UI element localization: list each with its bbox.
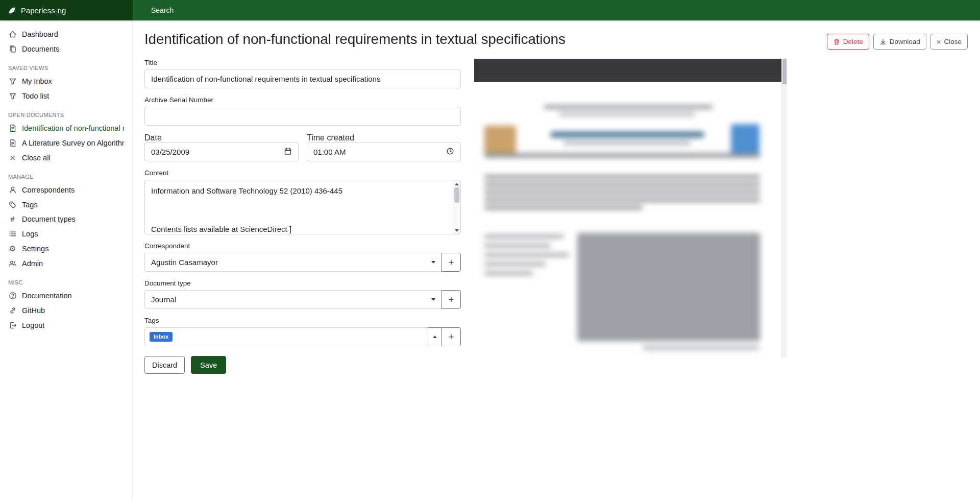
sidebar-item-label: Admin bbox=[22, 259, 43, 268]
sidebar-item-correspondents[interactable]: Correspondents bbox=[0, 182, 132, 197]
sidebar-item-label: Documents bbox=[22, 45, 59, 53]
clock-icon[interactable] bbox=[446, 147, 454, 157]
search-input[interactable] bbox=[133, 0, 980, 20]
sidebar-item-logout[interactable]: Logout bbox=[0, 318, 132, 332]
file-text-icon bbox=[8, 124, 17, 132]
add-tag-button[interactable]: + bbox=[442, 327, 461, 346]
date-value: 03/25/2009 bbox=[151, 148, 189, 156]
sidebar-item-label: Correspondents bbox=[22, 186, 75, 194]
sidebar-item-close-all[interactable]: Close all bbox=[0, 150, 132, 165]
preview-scroll-thumb[interactable] bbox=[782, 59, 787, 84]
download-button[interactable]: Download bbox=[873, 34, 926, 50]
sidebar-item-label: Document types bbox=[22, 215, 76, 223]
filter-icon bbox=[8, 77, 17, 85]
sidebar-item-my-inbox[interactable]: My Inbox bbox=[0, 74, 132, 88]
sidebar-item-label: GitHub bbox=[22, 306, 45, 315]
scroll-up-arrow[interactable] bbox=[453, 180, 460, 187]
delete-button[interactable]: Delete bbox=[827, 34, 869, 50]
close-button-label: Close bbox=[944, 38, 962, 45]
sidebar-item-todo-list[interactable]: Todo list bbox=[0, 88, 132, 103]
navbar-search bbox=[133, 0, 980, 20]
question-icon bbox=[8, 291, 17, 300]
app-brand[interactable]: Paperless-ng bbox=[0, 0, 133, 20]
document-type-value: Journal bbox=[151, 295, 176, 304]
archive-serial-number-input[interactable] bbox=[144, 107, 461, 126]
date-input[interactable]: 03/25/2009 bbox=[144, 142, 299, 161]
document-preview bbox=[474, 59, 787, 357]
calendar-icon[interactable] bbox=[284, 147, 292, 157]
gear-icon: ⚙ bbox=[8, 244, 17, 253]
close-icon bbox=[8, 153, 17, 162]
date-label: Date bbox=[144, 133, 162, 142]
sidebar-item-label: Dashboard bbox=[22, 30, 58, 38]
pdf-toolbar bbox=[474, 59, 781, 82]
sidebar-open-document-1[interactable]: Identification of non-functional require… bbox=[0, 121, 132, 135]
content-label: Content bbox=[144, 169, 461, 177]
sidebar-item-tags[interactable]: Tags bbox=[0, 197, 132, 212]
correspondent-value: Agustin Casamayor bbox=[151, 258, 218, 267]
sidebar-item-documentation[interactable]: Documentation bbox=[0, 288, 132, 303]
add-correspondent-button[interactable]: + bbox=[442, 253, 461, 272]
hash-icon: # bbox=[8, 215, 17, 223]
sidebar-item-label: Documentation bbox=[22, 292, 72, 300]
content-textarea[interactable]: Information and Software Technology 52 (… bbox=[144, 180, 461, 234]
tag-icon bbox=[8, 200, 17, 209]
document-type-select[interactable]: Journal bbox=[144, 290, 442, 309]
tags-input[interactable]: Inbox bbox=[144, 327, 428, 346]
sidebar-item-github[interactable]: GitHub bbox=[0, 303, 132, 318]
sidebar-item-document-types[interactable]: # Document types bbox=[0, 212, 132, 226]
save-button[interactable]: Save bbox=[191, 356, 226, 374]
scroll-track bbox=[453, 187, 460, 227]
trash-icon bbox=[833, 38, 840, 45]
close-button[interactable]: × Close bbox=[930, 34, 968, 50]
chevron-down-icon bbox=[431, 298, 435, 301]
preview-scrollbar[interactable] bbox=[781, 59, 787, 357]
correspondent-select[interactable]: Agustin Casamayor bbox=[144, 253, 442, 272]
sidebar-item-logs[interactable]: Logs bbox=[0, 226, 132, 241]
tags-dropdown-button[interactable] bbox=[428, 327, 442, 346]
app-brand-label: Paperless-ng bbox=[21, 6, 66, 15]
sidebar-item-label: Identification of non-functional require… bbox=[22, 124, 124, 132]
link-icon bbox=[8, 306, 17, 315]
sidebar-item-label: Logout bbox=[22, 321, 44, 329]
title-label: Title bbox=[144, 59, 461, 66]
discard-button[interactable]: Discard bbox=[144, 356, 185, 374]
document-type-label: Document type bbox=[144, 279, 461, 287]
top-navbar: Paperless-ng bbox=[0, 0, 980, 20]
document-actions: Delete Download × Close bbox=[827, 34, 968, 50]
content-scrollbar bbox=[453, 180, 460, 234]
sidebar-section-misc: MISC bbox=[8, 279, 124, 285]
sidebar-item-documents[interactable]: Documents bbox=[0, 41, 132, 56]
pdf-page bbox=[474, 82, 781, 357]
add-document-type-button[interactable]: + bbox=[442, 290, 461, 309]
document-header: Identification of non-functional require… bbox=[144, 31, 968, 50]
person-icon bbox=[8, 185, 17, 194]
main-content: Identification of non-functional require… bbox=[133, 20, 980, 501]
download-button-label: Download bbox=[890, 38, 920, 45]
scroll-thumb[interactable] bbox=[454, 187, 459, 203]
tag-badge-inbox[interactable]: Inbox bbox=[150, 332, 173, 342]
download-icon bbox=[879, 38, 887, 45]
sidebar-item-label: Logs bbox=[22, 230, 38, 238]
tags-label: Tags bbox=[144, 317, 461, 324]
people-icon bbox=[8, 259, 17, 268]
list-icon bbox=[8, 229, 17, 238]
time-created-label: Time created bbox=[307, 133, 354, 142]
time-created-input[interactable]: 01:00 AM bbox=[307, 142, 461, 161]
archive-serial-number-label: Archive Serial Number bbox=[144, 96, 461, 104]
leaf-logo-icon bbox=[8, 6, 16, 15]
correspondent-label: Correspondent bbox=[144, 242, 461, 250]
sidebar-item-label: My Inbox bbox=[22, 77, 52, 85]
sidebar-item-settings[interactable]: ⚙ Settings bbox=[0, 241, 132, 256]
filter-icon bbox=[8, 91, 17, 100]
sidebar-open-document-2[interactable]: A Literature Survey on Algorithms for Mu… bbox=[0, 135, 132, 150]
scroll-down-arrow[interactable] bbox=[453, 227, 460, 234]
file-text-icon bbox=[8, 138, 17, 147]
sidebar-item-label: Settings bbox=[22, 245, 48, 253]
chevron-up-icon bbox=[433, 336, 437, 338]
pdf-viewer bbox=[474, 59, 781, 357]
title-input[interactable] bbox=[144, 69, 461, 88]
sidebar-section-manage: MANAGE bbox=[8, 174, 124, 180]
sidebar-item-admin[interactable]: Admin bbox=[0, 256, 132, 271]
sidebar-item-dashboard[interactable]: Dashboard bbox=[0, 27, 132, 41]
